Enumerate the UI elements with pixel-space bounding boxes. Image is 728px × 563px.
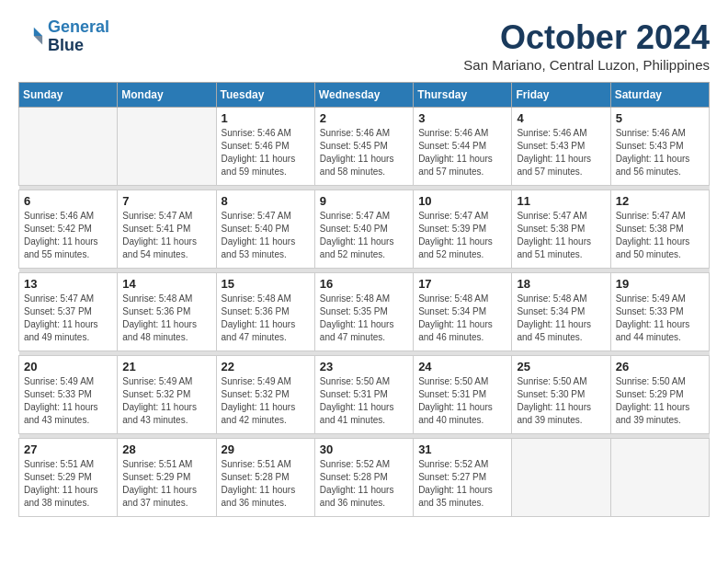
cell-info: Sunrise: 5:51 AMSunset: 5:29 PMDaylight:… <box>24 458 112 510</box>
calendar-cell: 1Sunrise: 5:46 AMSunset: 5:46 PMDaylight… <box>216 108 314 186</box>
cell-info: Sunrise: 5:46 AMSunset: 5:44 PMDaylight:… <box>418 127 506 178</box>
page-header: General Blue October 2024 San Mariano, C… <box>18 18 710 73</box>
day-number: 16 <box>320 277 408 291</box>
calendar-cell: 29Sunrise: 5:51 AMSunset: 5:28 PMDayligh… <box>216 439 314 517</box>
header-day-saturday: Saturday <box>610 83 709 108</box>
calendar-cell: 26Sunrise: 5:50 AMSunset: 5:29 PMDayligh… <box>610 356 709 434</box>
cell-info: Sunrise: 5:47 AMSunset: 5:39 PMDaylight:… <box>418 210 506 261</box>
cell-info: Sunrise: 5:48 AMSunset: 5:36 PMDaylight:… <box>222 293 310 344</box>
cell-info: Sunrise: 5:50 AMSunset: 5:31 PMDaylight:… <box>320 375 408 427</box>
day-number: 13 <box>24 277 112 291</box>
calendar-cell: 24Sunrise: 5:50 AMSunset: 5:31 PMDayligh… <box>414 356 512 434</box>
day-number: 28 <box>122 442 210 456</box>
cell-info: Sunrise: 5:49 AMSunset: 5:32 PMDaylight:… <box>122 375 210 427</box>
calendar-table: SundayMondayTuesdayWednesdayThursdayFrid… <box>18 82 710 517</box>
cell-info: Sunrise: 5:46 AMSunset: 5:45 PMDaylight:… <box>320 127 408 178</box>
header-day-friday: Friday <box>512 83 610 108</box>
calendar-cell: 22Sunrise: 5:49 AMSunset: 5:32 PMDayligh… <box>216 356 314 434</box>
calendar-cell: 21Sunrise: 5:49 AMSunset: 5:32 PMDayligh… <box>118 356 216 434</box>
header-day-sunday: Sunday <box>19 83 118 108</box>
calendar-cell: 2Sunrise: 5:46 AMSunset: 5:45 PMDaylight… <box>314 108 413 186</box>
day-number: 2 <box>320 111 408 125</box>
calendar-cell: 28Sunrise: 5:51 AMSunset: 5:29 PMDayligh… <box>118 439 216 517</box>
day-number: 7 <box>122 194 210 208</box>
day-number: 15 <box>222 277 310 291</box>
cell-info: Sunrise: 5:50 AMSunset: 5:31 PMDaylight:… <box>418 375 506 427</box>
calendar-cell: 6Sunrise: 5:46 AMSunset: 5:42 PMDaylight… <box>19 190 118 269</box>
day-number: 29 <box>222 442 310 456</box>
calendar-cell: 27Sunrise: 5:51 AMSunset: 5:29 PMDayligh… <box>19 439 118 517</box>
day-number: 21 <box>122 360 210 373</box>
day-number: 26 <box>616 360 704 373</box>
cell-info: Sunrise: 5:50 AMSunset: 5:30 PMDaylight:… <box>517 375 605 427</box>
calendar-cell: 14Sunrise: 5:48 AMSunset: 5:36 PMDayligh… <box>118 273 216 351</box>
calendar-cell: 25Sunrise: 5:50 AMSunset: 5:30 PMDayligh… <box>512 356 610 434</box>
cell-info: Sunrise: 5:47 AMSunset: 5:41 PMDaylight:… <box>122 210 210 261</box>
logo: General Blue <box>18 18 109 55</box>
day-number: 3 <box>418 111 506 125</box>
header-row: SundayMondayTuesdayWednesdayThursdayFrid… <box>19 83 710 108</box>
header-day-tuesday: Tuesday <box>216 83 314 108</box>
header-day-thursday: Thursday <box>414 83 512 108</box>
cell-info: Sunrise: 5:48 AMSunset: 5:34 PMDaylight:… <box>418 293 506 344</box>
calendar-cell <box>512 439 610 517</box>
location-subtitle: San Mariano, Central Luzon, Philippines <box>463 57 710 73</box>
cell-info: Sunrise: 5:48 AMSunset: 5:36 PMDaylight:… <box>122 293 210 344</box>
cell-info: Sunrise: 5:49 AMSunset: 5:33 PMDaylight:… <box>616 293 704 344</box>
cell-info: Sunrise: 5:48 AMSunset: 5:35 PMDaylight:… <box>320 293 408 344</box>
day-number: 14 <box>122 277 210 291</box>
title-area: October 2024 San Mariano, Central Luzon,… <box>463 18 710 73</box>
calendar-cell: 13Sunrise: 5:47 AMSunset: 5:37 PMDayligh… <box>19 273 118 351</box>
header-day-wednesday: Wednesday <box>314 83 413 108</box>
header-day-monday: Monday <box>118 83 216 108</box>
day-number: 12 <box>616 194 704 208</box>
calendar-cell: 5Sunrise: 5:46 AMSunset: 5:43 PMDaylight… <box>610 108 709 186</box>
calendar-cell: 30Sunrise: 5:52 AMSunset: 5:28 PMDayligh… <box>314 439 413 517</box>
day-number: 19 <box>616 277 704 291</box>
day-number: 31 <box>418 442 506 456</box>
calendar-cell: 23Sunrise: 5:50 AMSunset: 5:31 PMDayligh… <box>314 356 413 434</box>
calendar-cell <box>610 439 709 517</box>
day-number: 1 <box>222 111 310 125</box>
cell-info: Sunrise: 5:47 AMSunset: 5:40 PMDaylight:… <box>222 210 310 261</box>
day-number: 20 <box>24 360 112 373</box>
calendar-cell: 17Sunrise: 5:48 AMSunset: 5:34 PMDayligh… <box>414 273 512 351</box>
calendar-cell: 4Sunrise: 5:46 AMSunset: 5:43 PMDaylight… <box>512 108 610 186</box>
logo-icon <box>18 24 44 50</box>
calendar-cell: 10Sunrise: 5:47 AMSunset: 5:39 PMDayligh… <box>414 190 512 269</box>
cell-info: Sunrise: 5:46 AMSunset: 5:43 PMDaylight:… <box>517 127 605 178</box>
svg-marker-0 <box>34 28 42 36</box>
day-number: 5 <box>616 111 704 125</box>
calendar-cell: 11Sunrise: 5:47 AMSunset: 5:38 PMDayligh… <box>512 190 610 269</box>
calendar-cell: 16Sunrise: 5:48 AMSunset: 5:35 PMDayligh… <box>314 273 413 351</box>
day-number: 9 <box>320 194 408 208</box>
calendar-cell: 9Sunrise: 5:47 AMSunset: 5:40 PMDaylight… <box>314 190 413 269</box>
day-number: 4 <box>517 111 605 125</box>
day-number: 10 <box>418 194 506 208</box>
calendar-cell: 18Sunrise: 5:48 AMSunset: 5:34 PMDayligh… <box>512 273 610 351</box>
calendar-cell: 31Sunrise: 5:52 AMSunset: 5:27 PMDayligh… <box>414 439 512 517</box>
cell-info: Sunrise: 5:47 AMSunset: 5:40 PMDaylight:… <box>320 210 408 261</box>
week-row-5: 27Sunrise: 5:51 AMSunset: 5:29 PMDayligh… <box>19 439 710 517</box>
cell-info: Sunrise: 5:52 AMSunset: 5:28 PMDaylight:… <box>320 458 408 510</box>
cell-info: Sunrise: 5:47 AMSunset: 5:38 PMDaylight:… <box>616 210 704 261</box>
cell-info: Sunrise: 5:48 AMSunset: 5:34 PMDaylight:… <box>517 293 605 344</box>
cell-info: Sunrise: 5:49 AMSunset: 5:33 PMDaylight:… <box>24 375 112 427</box>
cell-info: Sunrise: 5:47 AMSunset: 5:38 PMDaylight:… <box>517 210 605 261</box>
day-number: 27 <box>24 442 112 456</box>
calendar-cell: 12Sunrise: 5:47 AMSunset: 5:38 PMDayligh… <box>610 190 709 269</box>
day-number: 18 <box>517 277 605 291</box>
cell-info: Sunrise: 5:47 AMSunset: 5:37 PMDaylight:… <box>24 293 112 344</box>
day-number: 6 <box>24 194 112 208</box>
calendar-cell: 20Sunrise: 5:49 AMSunset: 5:33 PMDayligh… <box>19 356 118 434</box>
svg-marker-1 <box>34 36 42 44</box>
calendar-cell: 3Sunrise: 5:46 AMSunset: 5:44 PMDaylight… <box>414 108 512 186</box>
day-number: 25 <box>517 360 605 373</box>
calendar-cell <box>19 108 118 186</box>
calendar-cell: 8Sunrise: 5:47 AMSunset: 5:40 PMDaylight… <box>216 190 314 269</box>
cell-info: Sunrise: 5:51 AMSunset: 5:29 PMDaylight:… <box>122 458 210 510</box>
calendar-cell: 19Sunrise: 5:49 AMSunset: 5:33 PMDayligh… <box>610 273 709 351</box>
calendar-cell: 7Sunrise: 5:47 AMSunset: 5:41 PMDaylight… <box>118 190 216 269</box>
day-number: 24 <box>418 360 506 373</box>
week-row-2: 6Sunrise: 5:46 AMSunset: 5:42 PMDaylight… <box>19 190 710 269</box>
